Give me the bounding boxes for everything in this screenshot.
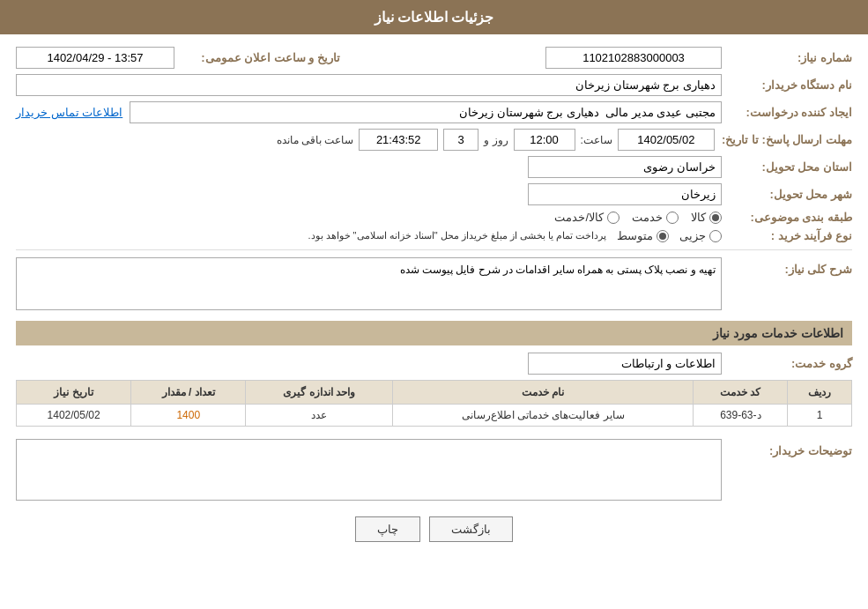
cell-need-date: 1402/05/02	[17, 405, 131, 427]
description-label: شرح کلی نیاز:	[729, 257, 852, 276]
col-row-num: ردیف	[788, 381, 852, 405]
deadline-day-label: روز و	[484, 134, 508, 146]
service-group-input[interactable]	[528, 353, 722, 375]
proc-type-row: نوع فرآیند خرید : جزیی متوسط پرداخت تمام…	[16, 229, 852, 242]
buyer-org-label: نام دستگاه خریدار:	[729, 78, 852, 92]
need-number-input[interactable]	[545, 47, 722, 69]
city-input[interactable]	[528, 183, 722, 205]
proc-notice: پرداخت تمام یا بخشی از مبلغ خریداز محل "…	[308, 230, 606, 241]
proc-option-medium[interactable]: متوسط	[617, 229, 669, 242]
category-radio-goods[interactable]	[709, 212, 722, 224]
buttons-row: بازگشت چاپ	[16, 516, 852, 542]
category-option-both[interactable]: کالا/خدمت	[554, 211, 619, 224]
services-table: ردیف کد خدمت نام خدمت واحد اندازه گیری ت…	[16, 380, 852, 427]
cell-quantity: 1400	[131, 405, 246, 427]
deadline-row: مهلت ارسال پاسخ: تا تاریخ: ساعت: روز و س…	[16, 129, 852, 151]
buyer-org-row: نام دستگاه خریدار:	[16, 74, 852, 96]
category-option-goods[interactable]: کالا	[691, 211, 722, 224]
category-option-service[interactable]: خدمت	[632, 211, 679, 224]
description-textarea[interactable]: تهیه و نصب پلاک پستی به همراه سایر اقدام…	[16, 257, 722, 310]
category-row: طبقه بندی موضوعی: کالا خدمت کالا/خدمت	[16, 211, 852, 224]
category-radio-group: کالا خدمت کالا/خدمت	[16, 211, 722, 224]
category-radio-service[interactable]	[666, 212, 679, 224]
announce-date-input[interactable]	[16, 47, 174, 69]
description-row: شرح کلی نیاز: تهیه و نصب پلاک پستی به هم…	[16, 257, 852, 310]
need-number-label: شماره نیاز:	[729, 51, 852, 64]
page-header: جزئیات اطلاعات نیاز	[0, 0, 868, 34]
proc-radio-small[interactable]	[709, 230, 722, 242]
cell-row-num: 1	[788, 405, 852, 427]
city-row: شهر محل تحویل:	[16, 183, 852, 205]
proc-option-small[interactable]: جزیی	[679, 229, 722, 242]
city-label: شهر محل تحویل:	[729, 188, 852, 201]
creator-row: ایجاد کننده درخواست: اطلاعات تماس خریدار	[16, 101, 852, 123]
buyer-desc-textarea[interactable]	[16, 439, 722, 501]
creator-label: ایجاد کننده درخواست:	[729, 106, 852, 119]
deadline-remain-input[interactable]	[359, 129, 438, 151]
page-title: جزئیات اطلاعات نیاز	[375, 10, 494, 25]
table-row: 1 د-63-639 سایر فعالیت‌های خدماتی اطلاع‌…	[17, 405, 852, 427]
creator-input[interactable]	[130, 101, 722, 123]
proc-type-label: نوع فرآیند خرید :	[729, 229, 852, 242]
province-input[interactable]	[528, 156, 722, 178]
buyer-desc-label: توضیحات خریدار:	[729, 439, 852, 457]
cell-service-name: سایر فعالیت‌های خدماتی اطلاع‌رسانی	[393, 405, 694, 427]
deadline-time-label: ساعت:	[581, 134, 612, 146]
buyer-org-input[interactable]	[16, 74, 722, 96]
deadline-label: مهلت ارسال پاسخ: تا تاریخ:	[722, 133, 852, 146]
col-service-code: کد خدمت	[694, 381, 788, 405]
service-group-row: گروه خدمت:	[16, 353, 852, 375]
contact-link[interactable]: اطلاعات تماس خریدار	[16, 106, 122, 119]
announce-date-label: تاریخ و ساعت اعلان عمومی:	[182, 51, 340, 64]
deadline-time-input[interactable]	[514, 129, 575, 151]
back-button[interactable]: بازگشت	[429, 516, 513, 542]
deadline-remain-label: ساعت باقی مانده	[277, 134, 354, 146]
province-row: استان محل تحویل:	[16, 156, 852, 178]
col-unit: واحد اندازه گیری	[246, 381, 393, 405]
category-radio-both[interactable]	[607, 212, 619, 224]
print-button[interactable]: چاپ	[355, 516, 420, 542]
col-quantity: تعداد / مقدار	[131, 381, 246, 405]
buyer-desc-row: توضیحات خریدار:	[16, 439, 852, 501]
deadline-days-input[interactable]	[443, 129, 479, 151]
proc-radio-medium[interactable]	[657, 230, 669, 242]
cell-unit: عدد	[246, 405, 393, 427]
proc-radio-group: جزیی متوسط پرداخت تمام یا بخشی از مبلغ خ…	[16, 229, 722, 242]
need-number-row: شماره نیاز: تاریخ و ساعت اعلان عمومی:	[16, 47, 852, 69]
service-group-label: گروه خدمت:	[729, 357, 852, 370]
category-label: طبقه بندی موضوعی:	[729, 211, 852, 224]
col-need-date: تاریخ نیاز	[17, 381, 131, 405]
col-service-name: نام خدمت	[393, 381, 694, 405]
deadline-date-input[interactable]	[618, 129, 715, 151]
services-section-title: اطلاعات خدمات مورد نیاز	[16, 321, 852, 345]
cell-service-code: د-63-639	[694, 405, 788, 427]
divider1	[16, 249, 852, 250]
province-label: استان محل تحویل:	[729, 160, 852, 174]
